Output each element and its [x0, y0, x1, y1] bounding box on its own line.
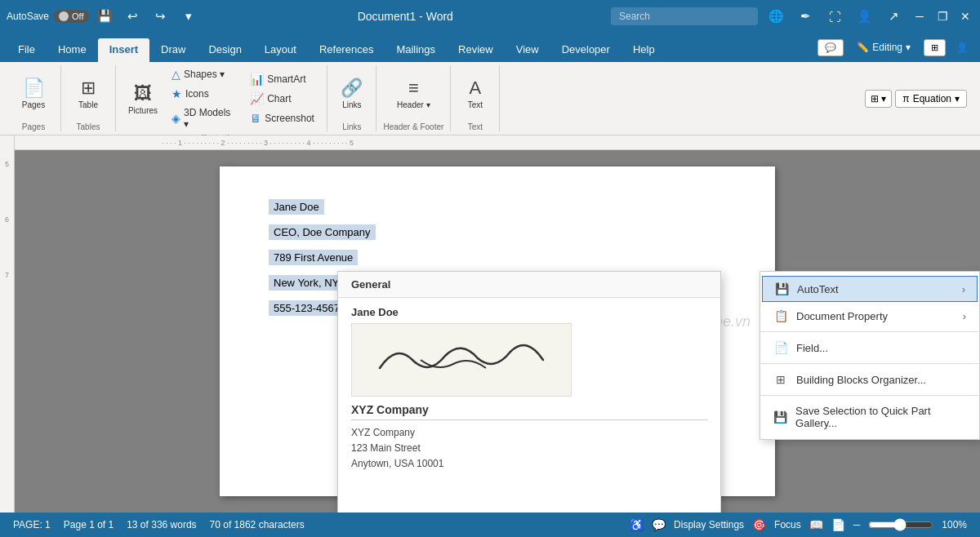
ctx-sep-1 [760, 331, 979, 332]
autotext-icon: 💾 [774, 282, 789, 295]
link-button[interactable]: 🔗 Links [336, 74, 368, 113]
ctx-autotext-label: AutoText [797, 283, 839, 295]
save-icon[interactable]: 💾 [94, 5, 117, 28]
doc-line-3: 789 First Avenue [269, 250, 726, 268]
table-button[interactable]: ⊞ Table [68, 74, 109, 113]
smartart-icon: 📊 [250, 73, 264, 86]
header-button[interactable]: ≡ Header ▾ [392, 74, 435, 113]
signature-image [351, 323, 572, 397]
editing-icon: ✏️ [857, 42, 869, 53]
ctx-arrow-1: › [962, 283, 965, 295]
shapes-button[interactable]: △ Shapes ▾ [167, 65, 242, 83]
pages-group-label: Pages [22, 122, 45, 131]
comments-button[interactable]: 💬 [817, 39, 844, 56]
tab-review[interactable]: Review [447, 38, 505, 62]
char-count: 70 of 1862 characters [210, 519, 305, 530]
restore-button[interactable]: ❐ [934, 8, 951, 24]
ribbon-group-text: A Text Text [451, 65, 500, 131]
doc-selected-5: 555-123-4567 [269, 300, 345, 316]
ctx-doc-property[interactable]: 📋 Document Property › [760, 303, 979, 329]
autosave-state: Off [72, 11, 83, 21]
company-divider [351, 419, 707, 420]
comments-status-icon[interactable]: 💬 [652, 518, 666, 531]
pages-button[interactable]: 📄 Pages [13, 74, 54, 113]
tab-draw[interactable]: Draw [149, 38, 197, 62]
symbols-area: ⊞ ▾ π Equation ▾ [858, 65, 973, 131]
tab-help[interactable]: Help [621, 38, 666, 62]
toggle-dot [59, 11, 69, 21]
ribbon: 📄 Pages Pages ⊞ Table Tables 🖼 Pictures … [0, 62, 980, 135]
focus-label[interactable]: Focus [774, 519, 801, 530]
redo-icon[interactable]: ↪ [149, 5, 172, 28]
address-line-3: Anytown, USA 10001 [351, 456, 707, 472]
tab-file[interactable]: File [7, 38, 47, 62]
equation-button[interactable]: π Equation ▾ [895, 90, 967, 108]
address-line-2: 123 Main Street [351, 441, 707, 456]
chart-button[interactable]: 📈 Chart [245, 90, 320, 108]
tab-references[interactable]: References [308, 38, 385, 62]
ribbon-tabs: File Home Insert Draw Design Layout Refe… [0, 33, 980, 62]
title-bar-title: Document1 - Word [200, 10, 611, 23]
zoom-slider[interactable] [868, 518, 933, 531]
tables-group-label: Tables [77, 122, 100, 131]
tab-home[interactable]: Home [47, 38, 98, 62]
doc-selected-1: Jane Doe [269, 199, 324, 215]
read-mode-icon[interactable]: 📖 [809, 518, 823, 531]
customize-icon[interactable]: ▾ [177, 5, 200, 28]
autosave-toggle[interactable]: Off [54, 10, 88, 23]
3d-models-button[interactable]: ◈ 3D Models ▾ [167, 104, 242, 132]
print-layout-icon[interactable]: 📄 [831, 518, 845, 531]
ribbon-group-links: 🔗 Links Links [327, 65, 376, 131]
ctx-autotext[interactable]: 💾 AutoText › [762, 276, 978, 302]
save-quick-part-icon: 💾 [773, 411, 787, 424]
ctx-save-quick-part[interactable]: 💾 Save Selection to Quick Part Gallery..… [760, 398, 979, 436]
tab-insert[interactable]: Insert [98, 38, 149, 62]
ctx-field[interactable]: 📄 Field... [760, 335, 979, 361]
doc-property-icon: 📋 [773, 309, 788, 322]
smartart-button[interactable]: 📊 SmartArt [245, 70, 320, 88]
profile-button[interactable]: 👤 [951, 36, 973, 59]
editing-button[interactable]: ✏️ Editing ▾ [849, 38, 919, 56]
screenshot-icon: 🖥 [250, 112, 261, 125]
pen-icon[interactable]: ✒ [794, 5, 817, 28]
close-button[interactable]: ✕ [957, 8, 973, 24]
share-icon[interactable]: ↗ [882, 5, 905, 28]
tab-developer[interactable]: Developer [550, 38, 621, 62]
ctx-building-blocks[interactable]: ⊞ Building Blocks Organizer... [760, 366, 979, 393]
ribbon-group-pages: 📄 Pages Pages [7, 65, 61, 131]
pictures-button[interactable]: 🖼 Pictures [122, 80, 163, 118]
tab-mailings[interactable]: Mailings [385, 38, 447, 62]
equation-icon: π [902, 93, 909, 104]
text-box-button[interactable]: A Text [459, 74, 492, 113]
layout-options-button[interactable]: ⊞ [924, 39, 946, 56]
doc-selected-2: CEO, Doe Company [269, 224, 376, 240]
focus-icon[interactable]: 🎯 [752, 518, 766, 531]
undo-icon[interactable]: ↩ [122, 5, 145, 28]
pages-icon: 📄 [23, 78, 45, 99]
globe-icon[interactable]: 🌐 [764, 5, 787, 28]
tab-view[interactable]: View [505, 38, 550, 62]
icons-button[interactable]: ★ Icons [167, 85, 242, 103]
minimize-button[interactable]: ─ [911, 8, 928, 24]
autotext-panel: General Jane Doe XYZ Company XYZ Company… [337, 271, 721, 513]
search-input[interactable] [611, 7, 758, 25]
building-blocks-icon: ⊞ [773, 373, 788, 386]
word-count: 13 of 336 words [127, 519, 196, 530]
accessibility-icon[interactable]: ♿ [630, 518, 644, 531]
screenshot-button[interactable]: 🖥 Screenshot [245, 109, 320, 127]
user-icon[interactable]: 👤 [853, 5, 875, 28]
tab-design[interactable]: Design [197, 38, 252, 62]
display-settings-label[interactable]: Display Settings [674, 519, 744, 530]
tab-layout[interactable]: Layout [253, 38, 308, 62]
header-icon: ≡ [408, 78, 419, 99]
entry-name: Jane Doe [351, 306, 707, 318]
fullscreen-icon[interactable]: ⛶ [823, 5, 846, 28]
ribbon-group-tables: ⊞ Table Tables [61, 65, 116, 131]
company-details: XYZ Company 123 Main Street Anytown, USA… [338, 425, 720, 477]
panel-header: General [338, 272, 720, 298]
title-bar-left: AutoSave Off 💾 ↩ ↪ ▾ [7, 5, 200, 28]
quick-parts-button[interactable]: ⊞ ▾ [865, 90, 892, 108]
title-bar: AutoSave Off 💾 ↩ ↪ ▾ Document1 - Word 🌐 … [0, 0, 980, 33]
ruler-left: 5 6 7 [0, 135, 15, 513]
text-icon: A [470, 78, 482, 99]
